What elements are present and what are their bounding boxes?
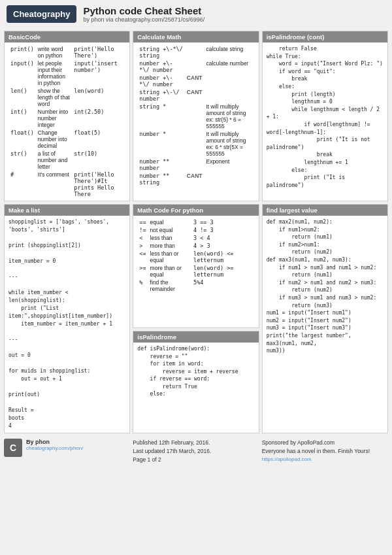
find-largest-header: find largest value xyxy=(263,205,387,216)
table-cell: less than or equal xyxy=(148,250,191,264)
table-cell: It's comment xyxy=(36,171,72,198)
calculate-math-card: Calculate Math string +\-*\/string calcu… xyxy=(133,31,259,201)
table-cell xyxy=(185,103,204,130)
make-list-body: shoppinglist = ['bags', 'shoes', 'boots'… xyxy=(5,216,129,433)
find-largest-card: find largest value def max2(num1, num2):… xyxy=(262,204,388,433)
table-cell: >= xyxy=(137,264,148,278)
math-code-header: Math Code For python xyxy=(133,205,258,216)
table-cell: calculate number xyxy=(204,59,254,74)
table-cell xyxy=(204,88,254,103)
table-row: number * It will multiply amount of stri… xyxy=(137,130,254,158)
table-cell: # xyxy=(8,171,36,198)
calc-table: string +\-*\/string calculate string num… xyxy=(137,45,254,186)
table-cell: less than xyxy=(148,234,191,242)
footer-right: Sponsored by ApolloPad.com Everyone has … xyxy=(262,439,388,463)
table-cell: string * xyxy=(137,103,185,130)
table-cell: equal xyxy=(148,218,191,226)
table-row: number +\-*\/ number calculate number xyxy=(137,59,254,74)
calculate-math-header: Calculate Math xyxy=(133,31,258,42)
table-cell: > xyxy=(137,242,148,250)
table-row: < less than 3 < 4 xyxy=(137,234,254,242)
table-cell: <= xyxy=(137,250,148,264)
table-cell: not equal xyxy=(148,226,191,234)
table-cell: input() xyxy=(8,59,36,87)
math-code-card: Math Code For python == equal 3 == 3 != … xyxy=(133,204,259,328)
table-row: str() a list of number and letter str(10… xyxy=(8,150,125,171)
basic-code-card: BasicCode print() write word on python p… xyxy=(4,31,130,201)
math-code-table: == equal 3 == 3 != not equal 4 != 3 < le… xyxy=(137,218,254,293)
header: Cheatography Python code Cheat Sheet by … xyxy=(0,0,392,28)
footer-updated: Last updated 17th March, 2016. xyxy=(133,447,259,456)
table-cell: != xyxy=(137,226,148,234)
table-cell: 3 == 3 xyxy=(191,218,255,226)
make-list-code: shoppinglist = ['bags', 'shoes', 'boots'… xyxy=(8,218,125,430)
table-row: number **number Exponent xyxy=(137,158,254,172)
table-cell: float(5) xyxy=(72,129,125,150)
footer-left: C By phon cheatography.com/phon/ xyxy=(4,439,130,463)
footer-url[interactable]: https://apollopad.com xyxy=(262,456,388,463)
footer-sponsored: Sponsored by ApolloPad.com xyxy=(262,439,388,447)
find-largest-code: def max2(num1, num2): if num1>num2: retu… xyxy=(267,218,384,355)
footer-published: Published 12th February, 2016. xyxy=(133,439,259,447)
table-cell: len(word) >= letternum xyxy=(191,264,255,278)
footer: C By phon cheatography.com/phon/ Publish… xyxy=(0,436,392,467)
cant-label: CANT xyxy=(185,172,204,186)
ispalindrome-cont-card: isPalindrome (cont) return False while T… xyxy=(262,31,388,201)
footer-by: By phon xyxy=(26,439,83,445)
table-cell: number * xyxy=(137,130,185,158)
cant-label: CANT xyxy=(185,74,204,88)
make-list-header: Make a list xyxy=(5,205,129,216)
table-row: float() Change number into decimal float… xyxy=(8,129,125,150)
table-row: <= less than or equal len(word) <= lette… xyxy=(137,250,254,264)
table-row: # It's comment print('Hello There')#It p… xyxy=(8,171,125,198)
basic-code-table: print() write word on python print('Hell… xyxy=(8,45,125,198)
table-cell xyxy=(185,45,204,59)
table-cell: % xyxy=(137,278,148,293)
table-cell: print('Hello There') xyxy=(72,45,125,59)
table-cell: Exponent xyxy=(204,158,254,172)
table-row: number **string CANT xyxy=(137,172,254,186)
table-row: == equal 3 == 3 xyxy=(137,218,254,226)
table-cell: < xyxy=(137,234,148,242)
table-cell xyxy=(204,172,254,186)
footer-tagline: Everyone has a novel in them. Finish You… xyxy=(262,447,388,456)
table-cell: string +\-*\/string xyxy=(137,45,185,59)
table-cell: number **string xyxy=(137,172,185,186)
table-cell: Change number into decimal xyxy=(36,129,72,150)
table-cell: str() xyxy=(8,150,36,171)
table-cell: str(10) xyxy=(72,150,125,171)
table-cell: number +\-*\/ number xyxy=(137,74,185,88)
footer-link[interactable]: cheatography.com/phon/ xyxy=(26,445,83,451)
table-cell: calculate string xyxy=(204,45,254,59)
table-cell: int() xyxy=(8,108,36,129)
find-largest-body: def max2(num1, num2): if num1>num2: retu… xyxy=(263,216,387,358)
ispalindrome-card: isPalindrome def isPalindrome(word): rev… xyxy=(133,331,259,433)
table-row: string +\-\/number CANT xyxy=(137,88,254,103)
table-cell: number +\-*\/ number xyxy=(137,59,185,74)
table-cell: len(word) <= letternum xyxy=(191,250,255,264)
table-cell: string +\-\/number xyxy=(137,88,185,103)
table-cell: Number into number integer xyxy=(36,108,72,129)
table-cell xyxy=(185,59,204,74)
logo: Cheatography xyxy=(7,5,76,23)
table-cell: float() xyxy=(8,129,36,150)
table-cell: let people input their information in py… xyxy=(36,59,72,87)
ispalindrome-cont-header: isPalindrome (cont) xyxy=(263,31,387,42)
table-cell: 5%4 xyxy=(191,278,255,293)
title-block: Python code Cheat Sheet by phon via chea… xyxy=(83,5,204,23)
ispalindrome-cont-body: return False while True: word = input("I… xyxy=(263,42,387,192)
footer-page: Page 1 of 2 xyxy=(133,456,259,464)
page-subtitle: by phon via cheatography.com/25871/cs/69… xyxy=(83,16,204,23)
ispalindrome-cont-code: return False while True: word = input("I… xyxy=(267,45,384,189)
table-row: string * It will multiply amount of stri… xyxy=(137,103,254,130)
table-row: number +\-*\/ number CANT xyxy=(137,74,254,88)
table-cell xyxy=(185,158,204,172)
table-cell: number **number xyxy=(137,158,185,172)
table-cell: len(word) xyxy=(72,87,125,108)
table-cell: 3 < 4 xyxy=(191,234,255,242)
table-cell: int(2.50) xyxy=(72,108,125,129)
table-cell: a list of number and letter xyxy=(36,150,72,171)
table-row: % find the remainder 5%4 xyxy=(137,278,254,293)
ispalindrome-code: def isPalindrome(word): reverse = "" for… xyxy=(137,345,254,398)
table-row: print() write word on python print('Hell… xyxy=(8,45,125,59)
